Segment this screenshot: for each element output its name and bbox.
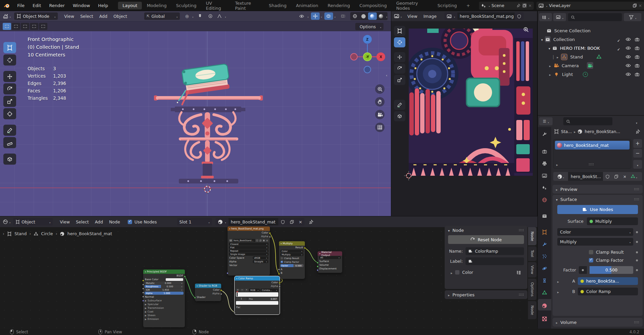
node-header[interactable]: Multiply xyxy=(279,241,305,246)
tab-render[interactable] xyxy=(542,148,547,154)
copy-icon[interactable] xyxy=(259,239,262,242)
transmission-section[interactable]: Transmission xyxy=(148,306,164,309)
material-name-field[interactable]: hero_BookSt... xyxy=(568,172,603,181)
render-camera-icon[interactable] xyxy=(635,72,640,77)
menu-view[interactable]: View xyxy=(61,14,77,19)
shading-rendered[interactable] xyxy=(377,12,386,20)
alpha-mode-dropdown[interactable]: Straight xyxy=(253,260,268,263)
blend-mode-dropdown[interactable]: Multiply xyxy=(557,238,633,246)
node-header[interactable]: Principled BSDF xyxy=(143,269,185,274)
falloff-icon[interactable] xyxy=(215,12,224,20)
tool-annotate[interactable] xyxy=(394,100,405,110)
outliner-row-hero-item-book[interactable]: HERO ITEM: BOOK xyxy=(538,44,644,52)
add-workspace-button[interactable]: + xyxy=(462,2,474,9)
socket-roughness-in[interactable] xyxy=(142,288,144,290)
gizmo-axis-z[interactable]: Z xyxy=(363,35,372,44)
ramp-stop-0[interactable] xyxy=(236,292,238,297)
factor-slider[interactable]: Factor 0.500 xyxy=(280,264,304,267)
select-mode-new[interactable] xyxy=(3,23,11,30)
slot-list-expand[interactable] xyxy=(556,161,558,167)
render-camera-icon[interactable] xyxy=(635,54,640,59)
tab-particles[interactable] xyxy=(542,253,547,259)
viewlayer-selector[interactable]: ViewLayer × xyxy=(536,2,644,10)
factor-slider[interactable]: 0.500 xyxy=(590,266,633,274)
node-shader-to-rgb[interactable]: Shader to RGB Color Alpha Shader xyxy=(195,284,221,301)
socket-alpha-in[interactable] xyxy=(142,296,144,298)
menu-help[interactable]: Help xyxy=(94,3,112,8)
tab-shading[interactable]: Shading xyxy=(265,2,291,9)
color-mode-dropdown[interactable]: RGB xyxy=(249,289,260,292)
xray-toggle[interactable] xyxy=(339,12,348,20)
fake-user-shield[interactable] xyxy=(515,12,524,20)
tab-uv-editing[interactable]: UV Editing xyxy=(201,0,230,12)
link-target-dropdown[interactable] xyxy=(626,172,642,181)
panel-grip[interactable] xyxy=(634,198,639,201)
socket-result-out[interactable] xyxy=(304,247,306,249)
select-mode-extend[interactable] xyxy=(12,23,20,30)
material-slot-selected[interactable]: hero_BookStand_mat xyxy=(555,141,630,150)
expand-b-icon[interactable] xyxy=(557,288,559,295)
socket-alpha-out[interactable] xyxy=(279,286,281,288)
menu-add[interactable]: Add xyxy=(96,14,110,19)
socket-displacement-in[interactable] xyxy=(317,269,319,271)
remove-stop-button[interactable]: − xyxy=(240,289,244,292)
image-browse-icon[interactable] xyxy=(229,239,233,242)
presets-list-icon[interactable] xyxy=(516,270,521,275)
gizmo-axis-neg-y[interactable]: -Y xyxy=(363,52,372,61)
zoom-button[interactable] xyxy=(375,84,385,94)
folder-icon[interactable] xyxy=(262,239,265,242)
tab-rendering[interactable]: Rendering xyxy=(323,2,354,9)
tool-rotate[interactable] xyxy=(394,64,405,74)
filter-id-dropdown[interactable] xyxy=(553,13,566,21)
tab-texture-paint[interactable]: Texture Paint xyxy=(231,0,264,12)
tool-move[interactable] xyxy=(394,52,405,62)
node-principled-bsdf[interactable]: Principled BSDF BSDF Base Color Metallic… xyxy=(143,269,185,327)
hide-eye-icon[interactable] xyxy=(626,45,631,51)
outliner-row-stand[interactable]: | Stand xyxy=(538,53,644,61)
tab-modifiers[interactable] xyxy=(542,241,547,247)
socket-surface-in[interactable] xyxy=(317,262,319,264)
slot-specials-dropdown[interactable] xyxy=(633,160,642,169)
colorspace-dropdown[interactable]: sRGB xyxy=(253,256,268,259)
socket-color-out[interactable] xyxy=(220,289,222,291)
add-slot-button[interactable]: + xyxy=(633,139,642,148)
tool-move[interactable] xyxy=(3,71,16,82)
panel-grip[interactable] xyxy=(634,321,639,324)
tab-collection[interactable] xyxy=(542,212,547,219)
expand-icon[interactable] xyxy=(549,63,551,68)
tab-output[interactable] xyxy=(542,160,547,166)
tool-transform[interactable] xyxy=(3,108,16,119)
blend-mode-dropdown[interactable]: Multiply xyxy=(280,253,304,256)
extension-dropdown[interactable]: Repeat xyxy=(229,249,269,252)
copy-icon[interactable] xyxy=(633,3,637,8)
tool-add-cube[interactable] xyxy=(3,154,16,165)
coat-section[interactable]: Coat xyxy=(148,310,153,313)
ntab-node[interactable]: Node xyxy=(528,227,536,245)
hide-eye-icon[interactable] xyxy=(626,63,631,68)
hide-eye-icon[interactable] xyxy=(626,37,631,42)
visibility-icon[interactable] xyxy=(297,12,306,20)
viewport-canvas[interactable]: Front Orthographic (0) Collection | Stan… xyxy=(0,31,391,216)
copy-icon[interactable] xyxy=(522,3,527,8)
tool-cursor[interactable] xyxy=(3,54,16,66)
sheen-section[interactable]: Sheen xyxy=(148,314,156,317)
resize-grip[interactable] xyxy=(589,163,594,166)
reset-node-button[interactable]: Reset Node xyxy=(448,235,524,244)
menu-object[interactable]: Object xyxy=(110,14,130,19)
shield-icon[interactable] xyxy=(255,239,258,242)
hide-eye-icon[interactable] xyxy=(626,72,631,77)
tab-object[interactable] xyxy=(542,228,547,235)
filter-dropdown[interactable] xyxy=(624,13,641,21)
tab-modeling[interactable]: Modeling xyxy=(143,2,171,9)
gizmo-axis-x[interactable]: X xyxy=(376,52,385,61)
use-nodes-button[interactable]: Use Nodes xyxy=(557,205,638,214)
copy-icon[interactable] xyxy=(612,172,620,181)
render-camera-icon[interactable] xyxy=(635,37,640,42)
remove-slot-button[interactable]: − xyxy=(633,149,642,158)
socket-volume-in[interactable] xyxy=(317,265,319,267)
n-panel-properties[interactable]: Properties xyxy=(445,290,527,299)
tab-material[interactable] xyxy=(542,302,547,308)
socket-normal-in[interactable] xyxy=(142,300,144,302)
a-input-field[interactable]: hero_BookSta... xyxy=(578,277,638,285)
stop-color-swatch[interactable] xyxy=(236,301,278,305)
